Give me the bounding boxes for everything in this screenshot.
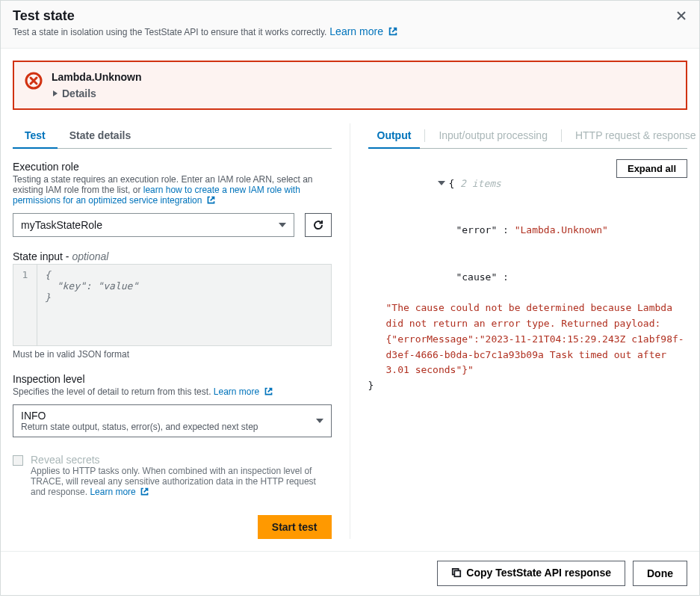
copy-button-label: Copy TestState API response — [466, 567, 611, 579]
expand-all-button[interactable]: Expand all — [616, 159, 687, 178]
close-button[interactable] — [675, 10, 690, 25]
inspection-learn-more-text: Learn more — [214, 386, 259, 397]
exec-role-select[interactable]: myTaskStateRole — [13, 213, 294, 237]
state-input-editor[interactable]: 1 { "key": "value" } — [13, 264, 332, 346]
modal-subtitle: Test a state in isolation using the Test… — [13, 27, 326, 37]
json-items-count: 2 items — [460, 178, 501, 189]
exec-role-value: myTaskStateRole — [21, 219, 102, 231]
left-tabs: Test State details — [13, 123, 332, 149]
state-input-help: Must be in valid JSON format — [13, 349, 332, 360]
tab-http: HTTP request & response — [566, 123, 700, 149]
modal-body: Lambda.Unknown Details Test State detail… — [1, 49, 699, 551]
copy-icon — [451, 567, 462, 581]
external-link-icon — [206, 195, 216, 207]
modal-footer: Copy TestState API response Done — [1, 551, 699, 595]
editor-content[interactable]: { "key": "value" } — [37, 265, 331, 345]
inspection-desc: Return state output, status, error(s), a… — [21, 422, 316, 432]
caret-right-icon — [52, 90, 59, 97]
inspection-help-text: Specifies the level of detail to return … — [13, 386, 211, 397]
right-tabs: Output Input/output processing HTTP requ… — [368, 123, 688, 149]
json-line: "error" : "Lambda.Unknown" — [368, 207, 688, 253]
done-button[interactable]: Done — [633, 561, 687, 586]
error-icon — [25, 72, 43, 99]
tab-separator — [561, 129, 562, 142]
svg-rect-1 — [455, 570, 461, 576]
tab-output[interactable]: Output — [368, 123, 421, 149]
inspection-help: Specifies the level of detail to return … — [13, 386, 332, 398]
chevron-down-icon — [279, 223, 286, 227]
reveal-secrets-help: Applies to HTTP tasks only. When combine… — [31, 466, 332, 499]
start-test-button[interactable]: Start test — [258, 515, 332, 539]
copy-response-button[interactable]: Copy TestState API response — [437, 561, 625, 586]
tab-test[interactable]: Test — [13, 123, 58, 149]
inspection-learn-more[interactable]: Learn more — [214, 386, 273, 397]
learn-more-text: Learn more — [329, 25, 383, 37]
external-link-icon — [388, 26, 398, 39]
editor-gutter: 1 — [13, 265, 37, 345]
json-cause-key: "cause" — [456, 271, 497, 283]
json-line: } — [368, 378, 688, 394]
refresh-icon — [312, 219, 324, 231]
refresh-button[interactable] — [305, 213, 332, 237]
inspection-value: INFO — [21, 410, 316, 422]
json-cause-value: "The cause could not be determined becau… — [368, 301, 688, 378]
right-column: Output Input/output processing HTTP requ… — [350, 123, 688, 539]
alert-content: Lambda.Unknown Details — [52, 71, 142, 99]
json-output: Expand all { 2 items "error" : "Lambda.U… — [368, 161, 688, 394]
state-input-optional: optional — [72, 250, 108, 262]
alert-details-label: Details — [62, 87, 96, 99]
left-column: Test State details Execution role Testin… — [13, 123, 350, 539]
error-alert: Lambda.Unknown Details — [13, 61, 687, 110]
modal-header: Test state Test a state in isolation usi… — [1, 1, 699, 49]
columns: Test State details Execution role Testin… — [13, 123, 687, 539]
reveal-learn-more-text: Learn more — [90, 487, 135, 497]
inspection-label: Inspection level — [13, 373, 332, 385]
state-input-label: State input - optional — [13, 250, 332, 262]
alert-title: Lambda.Unknown — [52, 71, 142, 83]
json-error-value: "Lambda.Unknown" — [515, 224, 608, 235]
modal-title: Test state — [13, 8, 687, 24]
exec-role-help: Testing a state requires an execution ro… — [13, 174, 332, 207]
reveal-secrets-checkbox — [13, 455, 23, 466]
reveal-learn-more[interactable]: Learn more — [90, 487, 149, 497]
tab-io-processing: Input/output processing — [430, 123, 557, 149]
alert-details-toggle[interactable]: Details — [52, 87, 142, 99]
reveal-secrets-row: Reveal secrets Applies to HTTP tasks onl… — [13, 454, 332, 499]
learn-more-link[interactable]: Learn more — [329, 25, 397, 37]
json-line: "cause" : — [368, 254, 688, 301]
external-link-icon — [264, 386, 273, 398]
json-error-key: "error" — [456, 224, 497, 235]
tab-separator — [424, 129, 425, 142]
state-input-label-main: State input - — [13, 250, 72, 262]
reveal-help-text: Applies to HTTP tasks only. When combine… — [31, 466, 316, 497]
chevron-down-icon — [316, 419, 323, 423]
test-state-modal: Test state Test a state in isolation usi… — [0, 0, 700, 596]
reveal-secrets-label: Reveal secrets — [31, 454, 332, 466]
inspection-select[interactable]: INFO Return state output, status, error(… — [13, 404, 332, 437]
exec-role-label: Execution role — [13, 161, 332, 173]
external-link-icon — [140, 487, 149, 499]
json-collapse-toggle[interactable] — [438, 181, 445, 185]
tab-state-details[interactable]: State details — [58, 123, 143, 149]
